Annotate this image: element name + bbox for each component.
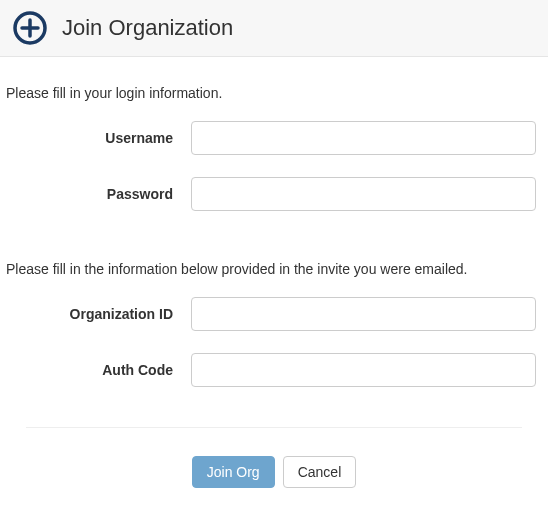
auth-code-row: Auth Code bbox=[6, 353, 542, 387]
auth-code-input[interactable] bbox=[191, 353, 536, 387]
dialog-header: Join Organization bbox=[0, 0, 548, 57]
password-label: Password bbox=[6, 186, 191, 202]
footer-actions: Join Org Cancel bbox=[6, 448, 542, 496]
username-input[interactable] bbox=[191, 121, 536, 155]
cancel-button[interactable]: Cancel bbox=[283, 456, 357, 488]
join-org-button[interactable]: Join Org bbox=[192, 456, 275, 488]
invite-section-description: Please fill in the information below pro… bbox=[6, 233, 542, 297]
plus-circle-icon bbox=[12, 10, 48, 46]
login-section-description: Please fill in your login information. bbox=[6, 57, 542, 121]
username-row: Username bbox=[6, 121, 542, 155]
org-id-label: Organization ID bbox=[6, 306, 191, 322]
org-id-input[interactable] bbox=[191, 297, 536, 331]
divider bbox=[26, 427, 522, 428]
password-row: Password bbox=[6, 177, 542, 211]
password-input[interactable] bbox=[191, 177, 536, 211]
auth-code-label: Auth Code bbox=[6, 362, 191, 378]
page-title: Join Organization bbox=[62, 15, 233, 41]
username-label: Username bbox=[6, 130, 191, 146]
org-id-row: Organization ID bbox=[6, 297, 542, 331]
